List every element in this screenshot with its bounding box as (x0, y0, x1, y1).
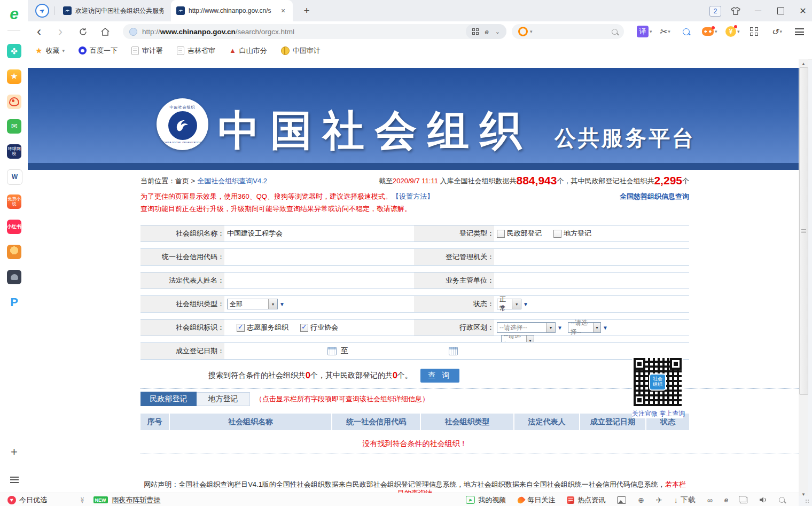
chevron-down-icon[interactable] (650, 29, 652, 34)
find-in-page-tool[interactable] (683, 25, 690, 38)
free-novel-app-icon[interactable]: 免费小说 (7, 194, 21, 209)
add-app-button[interactable] (7, 445, 21, 459)
checkbox-mca-registered[interactable] (497, 230, 505, 238)
search-icon[interactable] (612, 29, 618, 35)
back-button[interactable] (32, 25, 46, 38)
main-menu-button[interactable] (795, 25, 804, 38)
mute-button[interactable] (759, 496, 767, 503)
maximize-button[interactable] (772, 4, 788, 17)
daily-picks-item[interactable]: 今日优选 (7, 495, 47, 505)
refresh-button[interactable] (76, 25, 90, 38)
game-center-tool[interactable] (702, 25, 717, 38)
chevron-down-icon[interactable] (495, 28, 500, 35)
select-dropdown-icon[interactable] (593, 323, 600, 332)
search-box[interactable] (512, 24, 624, 39)
legal-rep-input[interactable] (224, 273, 414, 289)
chevron-down-icon[interactable] (737, 29, 740, 34)
org-type-select[interactable]: 全部 (227, 299, 278, 309)
dropdown-arrow-icon[interactable] (557, 325, 563, 331)
screenshot-gallery-button[interactable] (617, 496, 626, 504)
app-list-button[interactable] (7, 472, 21, 487)
dropdown-arrow-icon[interactable] (523, 301, 528, 307)
tab-local-registered[interactable]: 地方登记 (197, 392, 250, 406)
favorites-menu[interactable]: 收藏 (35, 46, 65, 56)
screenshot-tool[interactable] (659, 25, 670, 38)
url-text[interactable]: http://www.chinanpo.gov.cn/search/orgcx.… (142, 28, 294, 36)
boost-button[interactable]: ✈ (656, 496, 662, 504)
chevron-down-icon[interactable] (668, 29, 670, 34)
speed-mode-icon[interactable] (485, 28, 489, 36)
mail-app-icon[interactable] (7, 119, 21, 134)
split-window-button[interactable] (740, 497, 747, 503)
region-county-select[interactable]: --请选择-- (501, 335, 534, 342)
page-search-button[interactable] (779, 497, 785, 503)
dropdown-arrow-icon[interactable] (279, 301, 285, 307)
xiaohongshu-app-icon[interactable]: 小红书 (7, 220, 21, 234)
address-bar[interactable]: http://www.chinanpo.gov.cn/search/orgcx.… (123, 24, 506, 39)
page-scrollbar[interactable] (799, 59, 808, 506)
search-engine-caret-icon[interactable] (530, 29, 533, 34)
close-window-button[interactable] (795, 4, 811, 17)
wallet-tool[interactable] (725, 25, 740, 38)
charity-org-query-link[interactable]: 全国慈善组织信息查询 (620, 192, 689, 201)
chevron-down-icon[interactable] (715, 29, 717, 34)
browser-tab-active[interactable]: http://www.chinanpo.gov.cn/s (171, 0, 293, 21)
select-dropdown-icon[interactable] (268, 299, 277, 309)
supervisor-input[interactable] (494, 273, 689, 289)
tab-mca-registered[interactable]: 民政部登记 (140, 392, 197, 406)
speed-mode-button[interactable] (724, 496, 728, 504)
hot-news-item[interactable]: 热点资讯 (567, 495, 605, 505)
collapse-chevron-icon[interactable] (80, 496, 85, 504)
calendar-icon[interactable] (449, 347, 458, 355)
qr-code-icon[interactable] (472, 28, 479, 35)
calendar-icon[interactable] (327, 347, 337, 355)
downloads-button[interactable]: ↓下载 (674, 495, 696, 505)
bookmark-baishan[interactable]: 白山市分 (229, 46, 267, 56)
new-tab-button[interactable] (300, 4, 313, 17)
scrollbar-thumb[interactable] (799, 67, 808, 395)
tab-close-icon[interactable] (279, 6, 287, 15)
battle-game-app-icon[interactable] (7, 270, 21, 284)
bookmark-baidu[interactable]: 百度一下 (79, 46, 118, 56)
weibo-app-icon[interactable] (7, 95, 21, 109)
tab-count-badge[interactable]: 2 (709, 6, 721, 17)
favorites-star-icon[interactable] (7, 69, 21, 84)
status-select[interactable]: 正常 (497, 299, 521, 309)
region-county-select-clipped[interactable]: --请选择-- (501, 335, 534, 342)
hot-headline-link[interactable]: 雨夜布阵斩曹操 (112, 495, 161, 505)
select-dropdown-icon[interactable] (512, 299, 521, 309)
breadcrumb-link[interactable]: 全国社会组织查询V4.2 (197, 177, 267, 185)
apps-grid-tool[interactable] (750, 25, 759, 38)
select-dropdown-icon[interactable] (526, 336, 534, 342)
search-button[interactable]: 查 询 (420, 369, 459, 383)
translate-tool[interactable]: 译 (637, 25, 652, 38)
scroll-up-arrow-icon[interactable] (799, 59, 808, 68)
theme-skin-icon[interactable] (729, 4, 743, 17)
dropdown-arrow-icon[interactable] (603, 325, 608, 331)
word-document-app-icon[interactable] (7, 169, 22, 185)
reopen-closed-tab-tool[interactable] (771, 25, 782, 38)
bookmark-jilin[interactable]: 吉林省审 (177, 46, 215, 56)
clover-app-icon[interactable] (7, 44, 21, 58)
checkbox-industry-association[interactable] (300, 324, 308, 332)
region-city-select[interactable]: --请选择-- (568, 322, 601, 333)
traceless-mode-button[interactable]: ∞ (707, 496, 713, 504)
credit-code-input[interactable] (224, 249, 414, 265)
minimize-button[interactable] (750, 4, 766, 17)
forward-button[interactable] (53, 25, 67, 38)
daily-follow-item[interactable]: 每日关注 (518, 495, 555, 505)
region-province-select[interactable]: --请选择-- (497, 322, 556, 333)
chevron-down-icon[interactable] (62, 48, 65, 53)
setup-method-link[interactable]: 【设置方法】 (392, 192, 434, 201)
browser-tab-inactive[interactable]: 欢迎访问中国社会组织公共服务 (58, 0, 171, 21)
speed-test-button[interactable]: ⊕ (638, 496, 644, 504)
org-name-input[interactable]: 中国建设工程学会 (224, 225, 414, 242)
bookmark-zhongguoshenji[interactable]: 中国审计 (281, 46, 321, 56)
home-button[interactable] (98, 25, 112, 38)
p-logo-app-icon[interactable] (7, 295, 21, 309)
bookmark-shenjishu[interactable]: 审计署 (131, 46, 163, 56)
game-app-icon[interactable] (7, 245, 21, 259)
site-info-icon[interactable] (129, 28, 137, 36)
browser-360-logo-icon[interactable] (7, 6, 21, 21)
checkbox-volunteer-service[interactable] (237, 324, 245, 332)
